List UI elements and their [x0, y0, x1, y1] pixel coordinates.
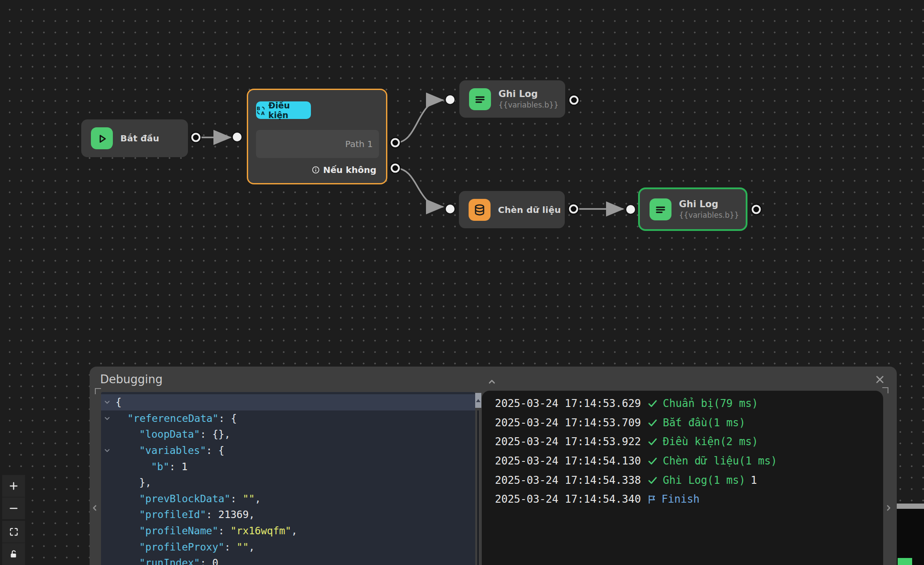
json-line[interactable]: "referenceData": { — [101, 410, 475, 427]
lock-toggle-button[interactable] — [2, 543, 25, 565]
node-start[interactable]: Bắt đầu — [81, 119, 188, 157]
condition-path-row[interactable]: Path 1 — [256, 130, 379, 158]
json-code: "b": 1 — [101, 461, 188, 472]
json-code: }, — [101, 477, 152, 488]
json-scrollbar[interactable] — [475, 392, 481, 565]
node-log-1-subtitle: {{variables.b}} — [498, 101, 559, 109]
json-line[interactable]: }, — [101, 475, 475, 491]
port-log1-output[interactable] — [570, 96, 579, 105]
condition-badge-label: Điều kiện — [268, 101, 311, 120]
log-entry[interactable]: 2025-03-24 17:14:54.340Finish — [495, 489, 883, 509]
log-timestamp: 2025-03-24 17:14:54.340 — [495, 493, 641, 505]
checkmark-icon — [647, 455, 658, 467]
checkmark-icon — [647, 417, 658, 428]
json-line[interactable]: "profileName": "rx16wqfm", — [101, 523, 475, 539]
json-line[interactable]: "variables": { — [101, 443, 475, 459]
triangle-up-icon — [476, 399, 480, 402]
port-start-output[interactable] — [191, 133, 201, 142]
plus-icon — [8, 481, 19, 491]
collapse-panel-button[interactable] — [484, 374, 499, 389]
port-condition-path1-output[interactable] — [391, 138, 400, 148]
port-log2-input[interactable] — [626, 205, 635, 214]
log-label: Bắt đầu(1 ms) — [663, 417, 745, 429]
json-line[interactable]: { — [101, 394, 475, 410]
play-icon — [91, 127, 113, 149]
minus-icon — [8, 503, 19, 514]
close-panel-button[interactable] — [872, 372, 887, 387]
json-line[interactable]: "prevBlockData": "", — [101, 491, 475, 507]
condition-else-label: Nếu không — [323, 165, 376, 175]
info-circle-icon — [312, 166, 320, 174]
collapse-chevron-icon[interactable] — [104, 415, 111, 422]
checkmark-icon — [647, 475, 658, 486]
json-code: "profileId": 21369, — [101, 509, 255, 520]
json-code: "runIndex": 0 — [101, 557, 218, 565]
panel-scroll-right-button[interactable] — [883, 502, 894, 514]
port-insert-output[interactable] — [569, 205, 578, 214]
mini-window-body — [897, 509, 924, 565]
node-log-2-subtitle: {{variables.b}} — [679, 211, 739, 220]
log-label: Finish — [661, 493, 700, 505]
log-timestamp: 2025-03-24 17:14:53.709 — [495, 417, 641, 429]
log-entry[interactable]: 2025-03-24 17:14:53.709Bắt đầu(1 ms) — [495, 413, 883, 432]
execution-log[interactable]: 2025-03-24 17:14:53.629Chuẩn bị(79 ms)20… — [482, 391, 883, 565]
zoom-in-button[interactable] — [2, 475, 25, 497]
zoom-out-button[interactable] — [2, 497, 25, 520]
json-code: "prevBlockData": "", — [101, 493, 261, 504]
log-timestamp: 2025-03-24 17:14:54.338 — [495, 474, 641, 486]
log-timestamp: 2025-03-24 17:14:53.629 — [495, 397, 641, 410]
svg-text:B: B — [256, 105, 260, 111]
json-line[interactable]: "b": 1 — [101, 458, 475, 475]
debug-panel-title: Debugging — [100, 373, 162, 386]
canvas-toolbar — [2, 475, 25, 565]
port-condition-input[interactable] — [233, 133, 242, 141]
json-panel-resize-corner[interactable] — [95, 388, 101, 394]
json-line[interactable]: "profileId": 21369, — [101, 507, 475, 523]
docked-window-preview[interactable] — [897, 504, 924, 565]
mini-window-green-block — [898, 558, 912, 565]
collapse-chevron-icon[interactable] — [104, 447, 111, 454]
port-log2-output[interactable] — [752, 205, 761, 214]
node-condition[interactable]: B A Điều kiện Path 1 Nếu không — [247, 89, 387, 184]
json-line[interactable]: "profileProxy": "", — [101, 539, 475, 555]
scroll-up-button[interactable] — [475, 393, 481, 408]
json-code: "profileProxy": "", — [101, 541, 255, 553]
json-code: "variables": { — [101, 445, 224, 456]
condition-badge[interactable]: B A Điều kiện — [256, 101, 311, 119]
json-code: "profileName": "rx16wqfm", — [101, 525, 297, 536]
log-extra-value: 1 — [751, 474, 757, 486]
mini-window-titlebar[interactable] — [897, 504, 924, 509]
checkmark-icon — [647, 436, 658, 447]
node-log-2-selected[interactable]: Ghi Log {{variables.b}} — [638, 187, 747, 231]
flag-icon — [647, 494, 657, 504]
log-entry[interactable]: 2025-03-24 17:14:53.629Chuẩn bị(79 ms) — [495, 394, 883, 413]
chevron-up-icon — [486, 376, 498, 387]
json-line[interactable]: "loopData": {}, — [101, 426, 475, 443]
port-log1-input[interactable] — [446, 95, 455, 104]
edge-condition-to-insert[interactable] — [395, 168, 443, 207]
log-entry[interactable]: 2025-03-24 17:14:54.338Ghi Log(1 ms)1 — [495, 471, 883, 490]
condition-path-label: Path 1 — [345, 139, 373, 149]
unlock-icon — [9, 549, 18, 559]
collapse-chevron-icon[interactable] — [104, 399, 111, 406]
json-viewer[interactable]: {"referenceData": {"loopData": {},"varia… — [101, 392, 475, 565]
json-line[interactable]: "runIndex": 0 — [101, 555, 475, 565]
node-log-1[interactable]: Ghi Log {{variables.b}} — [459, 80, 565, 118]
node-insert-data[interactable]: Chèn dữ liệu — [459, 191, 565, 228]
condition-else-row[interactable]: Nếu không — [312, 165, 376, 175]
log-entry[interactable]: 2025-03-24 17:14:54.130Chèn dữ liệu(1 ms… — [495, 451, 883, 471]
panel-scroll-left-button[interactable] — [89, 502, 101, 514]
edge-condition-to-log1[interactable] — [395, 100, 443, 143]
node-insert-title: Chèn dữ liệu — [498, 205, 561, 215]
port-insert-input[interactable] — [446, 205, 455, 213]
port-condition-else-output[interactable] — [391, 164, 400, 173]
log-label: Điều kiện(2 ms) — [663, 435, 758, 448]
fit-view-icon — [9, 527, 19, 537]
log-entry[interactable]: 2025-03-24 17:14:53.922Điều kiện(2 ms) — [495, 432, 883, 451]
scrollbar-track[interactable] — [477, 410, 479, 565]
node-log-1-title: Ghi Log — [498, 89, 559, 99]
log-panel-resize-corner[interactable] — [882, 387, 888, 393]
chevron-left-icon — [90, 503, 100, 513]
log-rows: 2025-03-24 17:14:53.629Chuẩn bị(79 ms)20… — [482, 391, 883, 509]
fit-view-button[interactable] — [2, 521, 25, 543]
